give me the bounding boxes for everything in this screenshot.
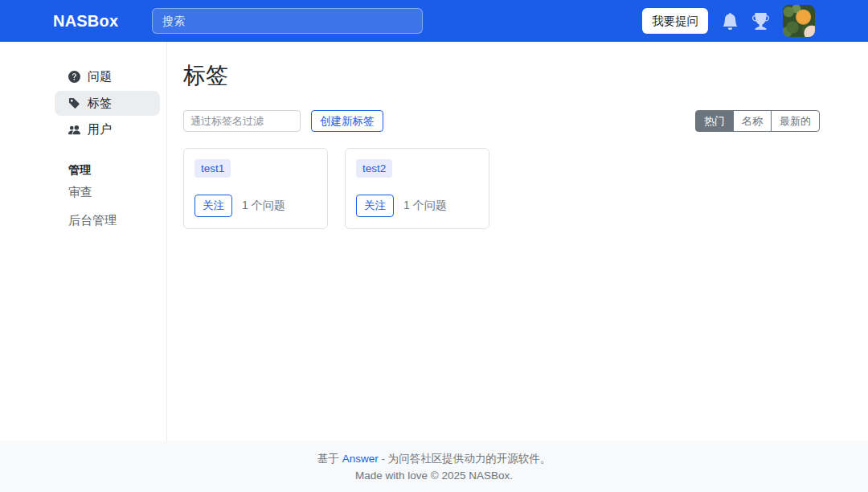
- tag-card-footer: 关注 1 个问题: [356, 195, 478, 217]
- footer-line1: 基于 Answer - 为问答社区提供动力的开源软件。: [317, 452, 551, 466]
- sort-name-button[interactable]: 名称: [733, 110, 772, 132]
- sort-popular-button[interactable]: 热门: [695, 110, 734, 132]
- sidebar: 问题 标签 用户 管理 审查 后台管理: [48, 42, 167, 441]
- follow-tag-button[interactable]: 关注: [356, 195, 394, 217]
- brand-logo[interactable]: NASBox: [53, 12, 118, 31]
- tag-icon: [68, 97, 80, 109]
- tag-chip[interactable]: test2: [356, 159, 392, 178]
- page-title: 标签: [183, 60, 820, 91]
- tag-filter-input[interactable]: [183, 110, 301, 132]
- footer-powered-suffix: - 为问答社区提供动力的开源软件。: [379, 453, 551, 465]
- ask-question-button[interactable]: 我要提问: [642, 8, 708, 34]
- people-icon: [68, 124, 80, 136]
- bell-icon[interactable]: [722, 13, 739, 30]
- footer-powered-prefix: 基于: [317, 453, 342, 465]
- sidebar-item-tags[interactable]: 标签: [55, 91, 160, 116]
- question-circle-icon: [68, 71, 80, 83]
- question-count: 1 个问题: [242, 199, 285, 213]
- follow-tag-button[interactable]: 关注: [194, 195, 232, 217]
- sidebar-item-questions[interactable]: 问题: [55, 64, 160, 89]
- search-input[interactable]: [152, 8, 423, 34]
- trophy-icon[interactable]: [752, 13, 769, 30]
- sort-button-group: 热门 名称 最新的: [695, 110, 820, 132]
- sidebar-item-label: 用户: [88, 122, 112, 137]
- page-footer: 基于 Answer - 为问答社区提供动力的开源软件。 Made with lo…: [0, 441, 868, 492]
- sidebar-item-admin[interactable]: 后台管理: [55, 207, 160, 234]
- tag-chip[interactable]: test1: [194, 159, 231, 178]
- sidebar-admin-header: 管理: [55, 163, 160, 178]
- tag-card-list: test1 关注 1 个问题 test2 关注 1 个问题: [183, 148, 820, 229]
- sidebar-item-label: 问题: [88, 69, 112, 84]
- tag-card-footer: 关注 1 个问题: [194, 195, 317, 217]
- tags-toolbar: 创建新标签 热门 名称 最新的: [183, 110, 820, 132]
- navbar-right-cluster: 我要提问: [642, 5, 815, 37]
- sort-newest-button[interactable]: 最新的: [771, 110, 820, 132]
- user-avatar[interactable]: [783, 5, 815, 37]
- navbar-inner: NASBox 我要提问: [48, 0, 820, 42]
- sidebar-item-label: 标签: [88, 96, 112, 111]
- footer-line2: Made with love © 2025 NASBox.: [355, 469, 513, 482]
- sidebar-item-review[interactable]: 审查: [55, 179, 160, 206]
- create-tag-button[interactable]: 创建新标签: [311, 110, 383, 132]
- tag-card: test2 关注 1 个问题: [345, 148, 489, 229]
- page-container: 问题 标签 用户 管理 审查 后台管理 标签 创建新标签 热门 名称 最新的: [48, 42, 820, 441]
- sidebar-item-users[interactable]: 用户: [55, 117, 160, 142]
- main-content: 标签 创建新标签 热门 名称 最新的 test1 关注 1 个问题 test2: [167, 42, 820, 441]
- tag-card: test1 关注 1 个问题: [183, 148, 328, 229]
- top-navbar: NASBox 我要提问: [0, 0, 868, 42]
- answer-link[interactable]: Answer: [342, 453, 379, 465]
- question-count: 1 个问题: [403, 199, 447, 213]
